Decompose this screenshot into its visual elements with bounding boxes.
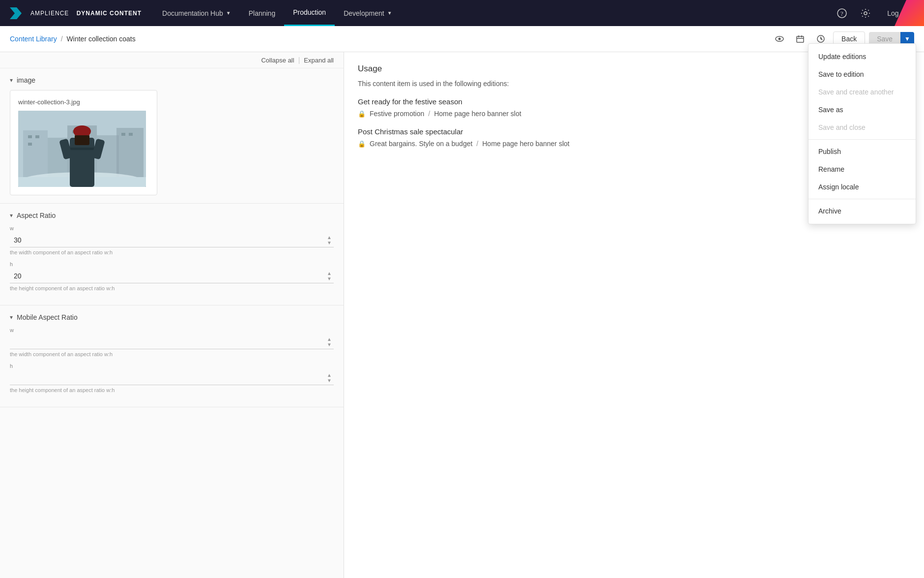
mobile-aspect-ratio-header[interactable]: ▾ Mobile Aspect Ratio <box>10 313 334 321</box>
spinner-down-icon[interactable]: ▼ <box>327 241 332 245</box>
left-panel: Collapse all | Expand all ▾ image winter… <box>0 52 344 578</box>
dropdown-assign-locale[interactable]: Assign locale <box>808 178 916 196</box>
aspect-ratio-header[interactable]: ▾ Aspect Ratio <box>10 212 334 219</box>
svg-point-4 <box>864 12 867 15</box>
aspect-ratio-h-input[interactable] <box>10 269 334 283</box>
dropdown-update-editions[interactable]: Update editions <box>808 48 916 65</box>
image-preview <box>18 111 146 187</box>
chevron-down-icon: ▼ <box>226 10 231 16</box>
mobile-w-hint: the width component of an aspect ratio w… <box>10 351 334 357</box>
aspect-ratio-section: ▾ Aspect Ratio w ▲ ▼ the width component… <box>0 204 344 305</box>
aspect-ratio-w-input[interactable] <box>10 233 334 247</box>
breadcrumb-parent[interactable]: Content Library <box>10 35 57 43</box>
nav-item-planning[interactable]: Planning <box>240 0 285 26</box>
preview-icon-btn[interactable] <box>771 30 788 47</box>
image-section-header[interactable]: ▾ image <box>10 76 334 84</box>
dropdown-divider-1 <box>808 139 916 140</box>
svg-rect-28 <box>75 135 89 145</box>
dropdown-save-to-edition[interactable]: Save to edition <box>808 65 916 83</box>
chevron-down-icon: ▾ <box>10 212 13 219</box>
calendar-icon-btn[interactable] <box>792 30 808 47</box>
nav-item-doc-hub[interactable]: Documentation Hub ▼ <box>153 0 240 26</box>
w-spinner[interactable]: ▲ ▼ <box>327 235 332 245</box>
image-section-title: image <box>17 76 35 84</box>
mobile-w-spinner[interactable]: ▲ ▼ <box>327 337 332 347</box>
aspect-ratio-h-label: h <box>10 261 334 267</box>
collapse-all-btn[interactable]: Collapse all <box>261 57 294 64</box>
spinner-up-icon[interactable]: ▲ <box>327 271 332 276</box>
sub-header: Content Library / Winter collection coat… <box>0 26 924 52</box>
breadcrumb-separator: / <box>61 35 63 43</box>
help-icon: ? <box>837 8 847 18</box>
mobile-aspect-ratio-title: Mobile Aspect Ratio <box>17 313 78 321</box>
spinner-down-icon[interactable]: ▼ <box>327 276 332 281</box>
svg-rect-22 <box>129 133 133 136</box>
dropdown-save-as[interactable]: Save as <box>808 101 916 119</box>
svg-rect-7 <box>797 36 804 42</box>
svg-rect-16 <box>35 135 39 138</box>
breadcrumb-current: Winter collection coats <box>67 35 136 43</box>
settings-icon-btn[interactable] <box>858 5 873 21</box>
slot-separator: / <box>476 140 478 148</box>
image-filename: winter-collection-3.jpg <box>18 98 149 106</box>
calendar-icon <box>796 34 805 43</box>
svg-rect-14 <box>116 128 144 182</box>
chevron-down-icon: ▾ <box>10 314 13 321</box>
h-spinner[interactable]: ▲ ▼ <box>327 271 332 281</box>
gear-icon <box>861 8 870 18</box>
image-card: winter-collection-3.jpg <box>10 90 157 195</box>
dropdown-publish[interactable]: Publish <box>808 143 916 160</box>
svg-point-6 <box>779 38 781 40</box>
mobile-w-label: w <box>10 327 334 333</box>
eye-icon <box>775 34 784 43</box>
brand-logo-area: AMPLIENCE DYNAMIC CONTENT <box>8 5 142 21</box>
main-layout: Collapse all | Expand all ▾ image winter… <box>0 52 924 578</box>
breadcrumb: Content Library / Winter collection coat… <box>10 35 771 43</box>
expand-all-btn[interactable]: Expand all <box>304 57 334 64</box>
spinner-up-icon[interactable]: ▲ <box>327 337 332 342</box>
mobile-w-group: w ▲ ▼ the width component of an aspect r… <box>10 327 334 357</box>
mobile-w-input-wrap: ▲ ▼ <box>10 335 334 349</box>
spinner-down-icon[interactable]: ▼ <box>327 378 332 383</box>
panel-toolbar: Collapse all | Expand all <box>0 52 344 68</box>
edition-slot-name-1-0: Home page hero banner slot <box>482 140 569 148</box>
mobile-h-spinner[interactable]: ▲ ▼ <box>327 373 332 383</box>
spinner-up-icon[interactable]: ▲ <box>327 235 332 240</box>
edition-campaign-0-0: Festive promotion <box>370 110 424 118</box>
top-nav: AMPLIENCE DYNAMIC CONTENT Documentation … <box>0 0 924 26</box>
aspect-ratio-h-group: h ▲ ▼ the height component of an aspect … <box>10 261 334 291</box>
brand-dynamic-content: DYNAMIC CONTENT <box>77 10 142 17</box>
spinner-up-icon[interactable]: ▲ <box>327 373 332 378</box>
mobile-h-hint: the height component of an aspect ratio … <box>10 387 334 393</box>
dropdown-divider-2 <box>808 199 916 199</box>
aspect-ratio-w-group: w ▲ ▼ the width component of an aspect r… <box>10 225 334 255</box>
nav-item-development[interactable]: Development ▼ <box>335 0 401 26</box>
help-icon-btn[interactable]: ? <box>834 5 850 21</box>
spinner-down-icon[interactable]: ▼ <box>327 342 332 347</box>
dropdown-save-and-close: Save and close <box>808 119 916 136</box>
aspect-ratio-w-input-wrap: ▲ ▼ <box>10 233 334 247</box>
aspect-ratio-h-input-wrap: ▲ ▼ <box>10 269 334 283</box>
lock-icon: 🔒 <box>358 110 366 118</box>
lock-icon: 🔒 <box>358 140 366 148</box>
mobile-h-input-wrap: ▲ ▼ <box>10 371 334 385</box>
edition-campaign-1-0: Great bargains. Style on a budget <box>370 140 472 148</box>
mobile-w-input[interactable] <box>10 335 334 349</box>
save-dropdown-menu: Update editions Save to edition Save and… <box>808 43 916 224</box>
dropdown-archive[interactable]: Archive <box>808 202 916 220</box>
svg-rect-17 <box>28 143 32 146</box>
brand-amplience: AMPLIENCE <box>30 10 69 17</box>
dropdown-rename[interactable]: Rename <box>808 160 916 178</box>
mobile-h-input[interactable] <box>10 371 334 385</box>
nav-item-production[interactable]: Production <box>284 0 335 26</box>
chevron-down-icon: ▾ <box>10 77 13 84</box>
svg-rect-21 <box>121 133 125 136</box>
brand-icon <box>8 5 24 21</box>
aspect-ratio-title: Aspect Ratio <box>17 212 56 219</box>
chevron-down-icon: ▼ <box>387 10 392 16</box>
image-scene-svg <box>18 111 146 187</box>
dropdown-save-and-create-another: Save and create another <box>808 83 916 101</box>
aspect-ratio-h-hint: the height component of an aspect ratio … <box>10 285 334 291</box>
svg-rect-29 <box>70 148 94 150</box>
aspect-ratio-w-label: w <box>10 225 334 231</box>
